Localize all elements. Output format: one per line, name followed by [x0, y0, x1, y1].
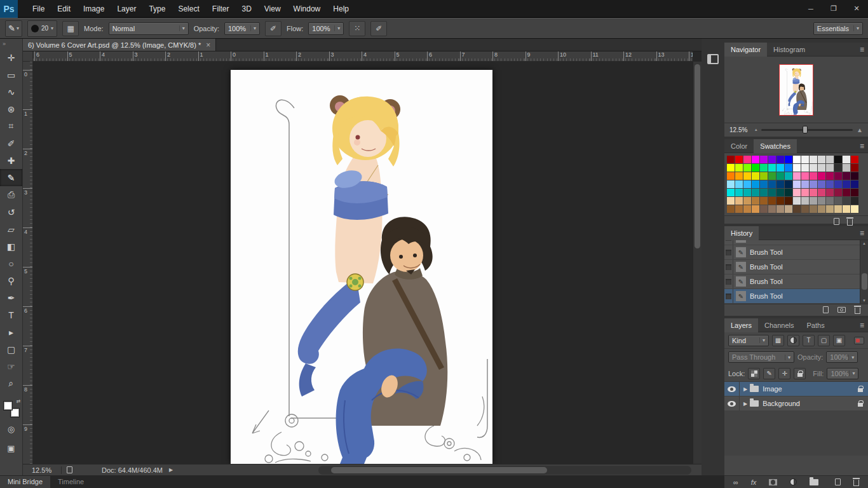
expand-group-icon[interactable]: ▶	[743, 386, 747, 392]
swatch[interactable]	[851, 156, 858, 163]
add-layer-mask-button[interactable]	[769, 479, 777, 485]
rectangular-marquee-tool[interactable]: ▭	[0, 66, 22, 83]
swap-colors-icon[interactable]: ⇄	[17, 398, 21, 404]
crop-tool[interactable]: ⌗	[0, 118, 22, 135]
swatch[interactable]	[768, 156, 776, 163]
menu-type[interactable]: Type	[143, 0, 171, 18]
swatch[interactable]	[834, 180, 842, 188]
swatch[interactable]	[727, 189, 735, 196]
canvas-viewport[interactable]	[33, 62, 693, 464]
swatch[interactable]	[843, 205, 850, 213]
swatch[interactable]	[834, 156, 842, 163]
tab-history[interactable]: History	[724, 226, 759, 240]
swatch[interactable]	[776, 189, 784, 196]
swatch[interactable]	[735, 180, 743, 188]
move-tool[interactable]: ✛	[0, 49, 22, 66]
menu-3d[interactable]: 3D	[236, 0, 257, 18]
history-source-checkbox[interactable]	[724, 274, 733, 288]
layer-blend-mode-select[interactable]: Pass Through ▾	[728, 351, 794, 363]
tab-navigator[interactable]: Navigator	[724, 43, 767, 57]
history-state-row[interactable]: ✎Brush Tool	[724, 260, 868, 274]
swatch[interactable]	[785, 205, 792, 213]
eyedropper-tool[interactable]: ✐	[0, 135, 22, 152]
tab-channels[interactable]: Channels	[758, 318, 800, 332]
brush-tool[interactable]: ✎	[0, 169, 22, 186]
menu-help[interactable]: Help	[327, 0, 355, 18]
filter-adjustment-layers-button[interactable]	[787, 335, 799, 346]
swatch[interactable]	[768, 180, 776, 188]
swatch[interactable]	[793, 180, 801, 188]
tab-color[interactable]: Color	[724, 139, 754, 153]
swatch[interactable]	[793, 205, 801, 213]
history-state-row[interactable]: ✎Brush Tool	[724, 274, 868, 289]
swatch[interactable]	[843, 156, 850, 163]
panel-menu-icon[interactable]: ≡	[860, 229, 864, 238]
layer-style-button[interactable]: fx	[751, 478, 757, 486]
restore-button[interactable]: ❐	[822, 0, 845, 18]
swatch[interactable]	[735, 197, 743, 205]
panel-menu-icon[interactable]: ≡	[860, 142, 864, 151]
history-scrollbar[interactable]: ▲ ▼	[860, 240, 868, 304]
swatch[interactable]	[834, 172, 842, 180]
lock-transparent-pixels-button[interactable]	[748, 368, 760, 379]
swatch[interactable]	[768, 172, 776, 180]
swatch[interactable]	[810, 164, 817, 172]
swatch[interactable]	[785, 197, 792, 205]
swatch[interactable]	[834, 197, 842, 205]
spot-healing-brush-tool[interactable]: ✚	[0, 152, 22, 169]
swatch[interactable]	[818, 164, 825, 172]
swatch[interactable]	[776, 205, 784, 213]
swatch[interactable]	[826, 197, 834, 205]
swatch[interactable]	[843, 172, 850, 180]
swatch[interactable]	[834, 164, 842, 172]
layer-filter-toggle[interactable]	[854, 337, 864, 344]
lock-position-button[interactable]: ✛	[778, 368, 790, 379]
swatch[interactable]	[768, 205, 776, 213]
swatch[interactable]	[793, 189, 801, 196]
swatch[interactable]	[743, 156, 751, 163]
close-button[interactable]: ✕	[845, 0, 868, 18]
swatch[interactable]	[801, 189, 809, 196]
link-layers-button[interactable]: ∞	[733, 478, 738, 486]
swatch[interactable]	[834, 205, 842, 213]
swatch[interactable]	[768, 197, 776, 205]
swatch[interactable]	[818, 172, 825, 180]
swatch[interactable]	[801, 156, 809, 163]
gradient-tool[interactable]: ◧	[0, 238, 22, 255]
new-group-button[interactable]	[810, 479, 822, 485]
layer-row-image[interactable]: ▶Image	[724, 382, 868, 396]
swatch[interactable]	[743, 180, 751, 188]
swatch[interactable]	[768, 189, 776, 196]
swatch[interactable]	[851, 197, 858, 205]
filter-smart-objects-button[interactable]: ▣	[833, 335, 845, 346]
swatch[interactable]	[776, 164, 784, 172]
swatch[interactable]	[768, 164, 776, 172]
layer-row-background[interactable]: ▶Background	[724, 396, 868, 411]
swatch[interactable]	[785, 164, 792, 172]
swatch[interactable]	[785, 189, 792, 196]
delete-swatch-button[interactable]	[847, 219, 853, 226]
swatch[interactable]	[810, 156, 817, 163]
history-brush-tool[interactable]: ↺	[0, 203, 22, 220]
swatch[interactable]	[826, 156, 834, 163]
horizontal-ruler[interactable]: 65432101234567891011121314	[33, 51, 693, 62]
hand-tool[interactable]: ☞	[0, 358, 22, 375]
blur-tool[interactable]: ○	[0, 255, 22, 272]
swatch[interactable]	[793, 197, 801, 205]
swatch[interactable]	[810, 180, 817, 188]
swatch[interactable]	[760, 156, 768, 163]
swatch[interactable]	[752, 156, 759, 163]
swatch[interactable]	[818, 180, 825, 188]
tab-swatches[interactable]: Swatches	[754, 139, 797, 153]
brush-preset-picker[interactable]: 20 ▾	[27, 20, 57, 37]
swatch[interactable]	[760, 189, 768, 196]
airbrush-button[interactable]: ⁙	[349, 21, 365, 36]
lock-image-pixels-button[interactable]: ✎	[763, 368, 775, 379]
new-layer-button[interactable]	[835, 478, 841, 485]
scroll-up-icon[interactable]: ▲	[862, 240, 866, 247]
pressure-opacity-button[interactable]: ✐	[265, 21, 281, 36]
swatch[interactable]	[743, 164, 751, 172]
swatch[interactable]	[843, 164, 850, 172]
swatch[interactable]	[735, 156, 743, 163]
swatch[interactable]	[801, 205, 809, 213]
